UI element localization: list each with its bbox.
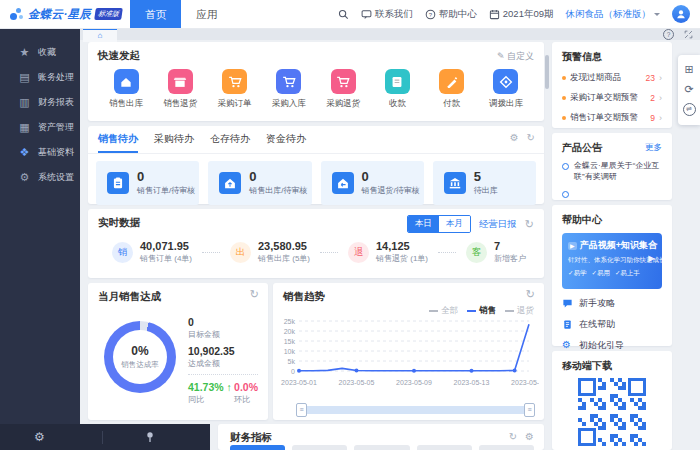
sidebar-item-账务处理[interactable]: ▤ 账务处理 <box>0 65 80 90</box>
search-icon[interactable] <box>338 9 349 20</box>
cart-icon <box>282 75 296 89</box>
financial-tab[interactable] <box>292 445 347 450</box>
svg-text:25k: 25k <box>284 318 296 325</box>
cart-icon <box>336 75 350 89</box>
svg-text:10k: 10k <box>284 348 296 355</box>
settings-gear-icon[interactable]: ⚙ <box>34 431 45 443</box>
financial-tab[interactable] <box>417 445 472 450</box>
page-tab-bar: ⌂ ? <box>80 28 700 40</box>
todo-card[interactable]: 0 销售退货/待审核 <box>321 161 424 205</box>
todo-tab-采购待办[interactable]: 采购待办 <box>154 132 194 153</box>
layout-grid-icon[interactable]: ⊞ <box>684 64 693 75</box>
refresh-icon[interactable]: ↻ <box>527 132 535 143</box>
chat-bubble-icon <box>361 9 372 20</box>
quick-app-付款[interactable]: 付款 <box>428 69 476 110</box>
play-icon: ► <box>646 252 657 264</box>
todo-tab-资金待办[interactable]: 资金待办 <box>266 132 306 153</box>
refresh-icon[interactable]: ↻ <box>509 431 517 442</box>
asset-icon: ▦ <box>18 122 31 133</box>
sidebar-item-系统设置[interactable]: ⚙ 系统设置 <box>0 165 80 190</box>
svg-text:2023-05-01: 2023-05-01 <box>281 379 317 386</box>
quick-app-采购入库[interactable]: 采购入库 <box>265 69 313 110</box>
pin-icon[interactable] <box>144 431 156 443</box>
financial-tab[interactable] <box>230 445 285 450</box>
top-nav-tabs: 首页应用 <box>130 0 232 28</box>
financial-tab[interactable] <box>479 445 534 450</box>
chevron-right-icon: › <box>659 93 662 103</box>
quick-app-调拨出库[interactable]: 调拨出库 <box>482 69 530 110</box>
more-link[interactable]: 更多 <box>645 142 662 154</box>
sidebar-item-基础资料[interactable]: ❖ 基础资料 <box>0 140 80 165</box>
home-icon <box>119 75 133 89</box>
announcement-item[interactable] <box>562 189 662 198</box>
quick-app-采购退货[interactable]: 采购退货 <box>319 69 367 110</box>
divider <box>188 374 258 375</box>
avatar[interactable] <box>672 5 690 23</box>
switch-icon[interactable]: ⇌ <box>683 103 696 116</box>
quick-app-采购订单[interactable]: 采购订单 <box>211 69 259 110</box>
toggle-本日[interactable]: 本日 <box>408 216 439 232</box>
header-right: 联系我们 帮助中心 2021年09期 休闲食品（标准版） <box>338 5 700 23</box>
daily-report-link[interactable]: 经营日报 <box>479 218 517 231</box>
alert-item[interactable]: 销售订单交期预警 9 › <box>562 112 662 124</box>
up-arrow-icon: ↑ <box>227 381 232 393</box>
help-question-icon[interactable]: ? <box>663 29 674 40</box>
panel-title: 移动端下载 <box>562 359 662 373</box>
alert-item[interactable]: 发现过期商品 23 › <box>562 72 662 84</box>
quick-app-销售出库[interactable]: 销售出库 <box>102 69 150 110</box>
sidebar: ★ 收藏 ▤ 账务处理 ▥ 财务报表 ▦ 资产管理 ❖ 基础资料 ⚙ 系统设置 <box>0 28 80 424</box>
todo-tab-仓存待办[interactable]: 仓存待办 <box>210 132 250 153</box>
announcement-item[interactable]: 金蝶云·星辰关于“企业互联”有奖调研 <box>562 161 662 183</box>
refresh-icon[interactable]: ↻ <box>526 289 535 300</box>
vertical-scrollbar[interactable] <box>545 55 549 89</box>
nav-tab-应用[interactable]: 应用 <box>181 0 232 28</box>
diamond-icon <box>499 75 513 89</box>
settings-gear-icon[interactable]: ⚙ <box>510 132 519 143</box>
nav-tab-首页[interactable]: 首页 <box>130 0 181 28</box>
accounting-period[interactable]: 2021年09期 <box>489 8 554 21</box>
stat-badge: 客 <box>466 242 487 263</box>
orange-dot-icon <box>562 116 566 120</box>
refresh-icon[interactable]: ⟳ <box>684 84 693 95</box>
report-icon: ▥ <box>18 97 31 108</box>
svg-text:5k: 5k <box>288 358 296 365</box>
sidebar-item-资产管理[interactable]: ▦ 资产管理 <box>0 115 80 140</box>
account-switcher[interactable]: 休闲食品（标准版） <box>566 8 661 21</box>
fullscreen-icon[interactable] <box>684 30 693 39</box>
refresh-icon[interactable]: ↻ <box>525 219 534 230</box>
question-circle-icon <box>425 9 436 20</box>
contact-us-button[interactable]: 联系我们 <box>361 8 413 21</box>
toggle-本月[interactable]: 本月 <box>439 216 470 232</box>
orange-dot-icon <box>562 76 566 80</box>
help-link-在线帮助[interactable]: 在线帮助 <box>562 318 662 331</box>
customize-button[interactable]: ✎ 自定义 <box>497 50 534 63</box>
todo-card[interactable]: 5 待出库 <box>433 161 536 205</box>
sidebar-item-财务报表[interactable]: ▥ 财务报表 <box>0 90 80 115</box>
doc-icon <box>562 319 573 330</box>
house-up-icon <box>223 176 237 190</box>
home-page-tab[interactable]: ⌂ <box>83 28 117 42</box>
financial-indicators-panel: 财务指标 ↻ ⚙ <box>218 424 544 450</box>
todo-card[interactable]: 0 销售订单/待审核 <box>96 161 199 205</box>
achievement-rate-label: 销售达成率 <box>121 360 159 370</box>
help-link-新手攻略[interactable]: 新手攻略 <box>562 297 662 310</box>
help-center-button[interactable]: 帮助中心 <box>425 8 477 21</box>
alert-item[interactable]: 采购订单交期预警 2 › <box>562 92 662 104</box>
financial-tab[interactable] <box>354 445 409 450</box>
logo-text: 金蝶云·星辰 <box>28 7 91 22</box>
quick-app-收款[interactable]: 收款 <box>373 69 421 110</box>
pay-icon <box>445 75 459 89</box>
achievement-info: 0 目标金额 10,902.35 达成金额 41.73% ↑ 同比 0.0% 环… <box>188 316 258 410</box>
ledger-icon: ▤ <box>18 72 31 83</box>
stat-badge: 出 <box>230 242 251 263</box>
chart-zoom-slider[interactable] <box>299 406 532 414</box>
sidebar-item-收藏[interactable]: ★ 收藏 <box>0 40 80 65</box>
todo-card[interactable]: 0 销售出库/待审核 <box>208 161 311 205</box>
todo-tab-销售待办[interactable]: 销售待办 <box>98 132 138 153</box>
day-month-toggle: 本日本月 <box>407 215 471 233</box>
achieved-value: 10,902.35 <box>188 345 258 357</box>
help-banner[interactable]: ▶产品视频+知识集合 针对性、体系化学习助你快速成长！ ✓易学✓易用✓易上手 ► <box>562 233 662 289</box>
settings-gear-icon[interactable]: ⚙ <box>525 431 534 442</box>
refresh-icon[interactable]: ↻ <box>250 289 259 300</box>
quick-app-销售退货[interactable]: 销售退货 <box>156 69 204 110</box>
